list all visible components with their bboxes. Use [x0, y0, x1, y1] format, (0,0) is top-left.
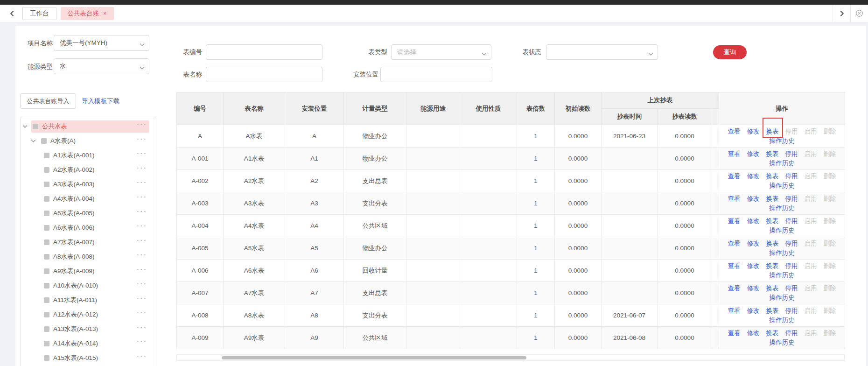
action-history-link[interactable]: 操作历史: [770, 293, 795, 303]
more-actions-icon[interactable]: ···: [137, 237, 148, 244]
tab-public-meter-ledger[interactable]: 公共表台账 ×: [61, 7, 114, 20]
more-actions-icon[interactable]: ···: [137, 208, 148, 215]
action-history-link[interactable]: 操作历史: [770, 316, 795, 325]
action-history-link[interactable]: 操作历史: [770, 204, 795, 213]
meter-no-input[interactable]: [206, 44, 322, 60]
action-replace-meter-link[interactable]: 换表: [766, 194, 779, 204]
action-view-link[interactable]: 查看: [728, 239, 741, 248]
action-disable-link[interactable]: 停用: [785, 217, 798, 226]
action-disable-link[interactable]: 停用: [785, 284, 798, 293]
forward-icon[interactable]: [833, 5, 850, 22]
action-disable-link[interactable]: 停用: [785, 239, 798, 248]
install-location-input[interactable]: [380, 67, 492, 82]
tree-item[interactable]: A10水表(A-010)···: [21, 278, 156, 293]
action-history-link[interactable]: 操作历史: [770, 271, 795, 280]
action-edit-link[interactable]: 修改: [747, 194, 760, 204]
action-history-link[interactable]: 操作历史: [770, 226, 795, 235]
action-edit-link[interactable]: 修改: [747, 239, 760, 248]
more-actions-icon[interactable]: ···: [137, 352, 148, 359]
tree-item[interactable]: A5水表(A-005)···: [21, 206, 156, 220]
tree-item[interactable]: A11水表(A-011)···: [21, 293, 156, 307]
action-view-link[interactable]: 查看: [728, 149, 741, 159]
tree-item[interactable]: A15水表(A-015)···: [21, 351, 156, 365]
action-view-link[interactable]: 查看: [728, 194, 741, 204]
more-actions-icon[interactable]: ···: [137, 280, 148, 287]
action-disable-link[interactable]: 停用: [785, 149, 798, 159]
action-edit-link[interactable]: 修改: [747, 306, 760, 316]
action-replace-meter-link[interactable]: 换表: [766, 329, 779, 338]
action-history-link[interactable]: 操作历史: [770, 248, 795, 258]
tree-expand-caret-icon[interactable]: [31, 139, 36, 143]
action-disable-link[interactable]: 停用: [785, 306, 798, 316]
more-actions-icon[interactable]: ···: [137, 164, 148, 171]
action-view-link[interactable]: 查看: [728, 217, 741, 226]
action-edit-link[interactable]: 修改: [747, 261, 760, 271]
import-ledger-button[interactable]: 公共表台账导入: [20, 93, 76, 109]
tree-item[interactable]: A1水表(A-001)···: [21, 148, 156, 162]
action-edit-link[interactable]: 修改: [747, 172, 760, 181]
back-icon[interactable]: [6, 5, 19, 22]
more-actions-icon[interactable]: ···: [137, 121, 148, 128]
tab-close-icon[interactable]: ×: [103, 10, 107, 16]
action-edit-link[interactable]: 修改: [747, 149, 760, 159]
action-replace-meter-link[interactable]: 换表: [766, 284, 779, 293]
tree-item[interactable]: A4水表(A-004)···: [21, 191, 156, 206]
meter-status-select[interactable]: [546, 44, 658, 60]
more-actions-icon[interactable]: ···: [137, 266, 148, 273]
action-replace-meter-link[interactable]: 换表: [766, 261, 779, 271]
tree-item[interactable]: A13水表(A-013)···: [21, 322, 156, 336]
template-download-link[interactable]: 导入模板下载: [82, 97, 119, 106]
search-button[interactable]: 查询: [713, 45, 747, 59]
tree-item[interactable]: A12水表(A-012)···: [21, 307, 156, 322]
action-replace-meter-link[interactable]: 换表: [766, 149, 779, 159]
more-actions-icon[interactable]: ···: [137, 338, 148, 345]
more-actions-icon[interactable]: ···: [137, 179, 148, 186]
action-history-link[interactable]: 操作历史: [770, 181, 795, 190]
action-replace-meter-link[interactable]: 换表: [766, 239, 779, 248]
tree-item[interactable]: A2水表(A-002)···: [21, 162, 156, 177]
more-actions-icon[interactable]: ···: [137, 135, 148, 142]
more-actions-icon[interactable]: ···: [137, 150, 148, 157]
more-actions-icon[interactable]: ···: [137, 222, 148, 229]
action-history-link[interactable]: 操作历史: [770, 338, 795, 347]
project-name-select[interactable]: 优美一号(YMYH): [54, 35, 149, 51]
action-history-link[interactable]: 操作历史: [770, 136, 795, 146]
tree-item[interactable]: A14水表(A-014)···: [21, 336, 156, 351]
tree-item[interactable]: A8水表(A-008)···: [21, 249, 156, 264]
action-edit-link[interactable]: 修改: [747, 217, 760, 226]
action-edit-link[interactable]: 修改: [747, 127, 760, 136]
action-disable-link[interactable]: 停用: [785, 194, 798, 204]
action-replace-meter-link[interactable]: 换表: [766, 127, 779, 136]
action-view-link[interactable]: 查看: [728, 284, 741, 293]
action-disable-link[interactable]: 停用: [785, 329, 798, 338]
action-view-link[interactable]: 查看: [728, 172, 741, 181]
action-edit-link[interactable]: 修改: [747, 284, 760, 293]
action-history-link[interactable]: 操作历史: [770, 159, 795, 168]
action-view-link[interactable]: 查看: [728, 261, 741, 271]
tree-expand-caret-icon[interactable]: [22, 125, 28, 128]
action-disable-link[interactable]: 停用: [785, 172, 798, 181]
close-all-icon[interactable]: [850, 5, 868, 22]
meter-name-input[interactable]: [206, 67, 322, 82]
tree-item[interactable]: A水表(A)···: [21, 134, 156, 148]
energy-type-select[interactable]: 水: [54, 58, 149, 74]
action-replace-meter-link[interactable]: 换表: [766, 217, 779, 226]
tree-item[interactable]: A7水表(A-007)···: [21, 235, 156, 249]
tab-workbench[interactable]: 工作台: [22, 7, 56, 20]
action-replace-meter-link[interactable]: 换表: [766, 172, 779, 181]
meter-type-select[interactable]: 请选择: [391, 44, 491, 60]
action-edit-link[interactable]: 修改: [747, 329, 760, 338]
more-actions-icon[interactable]: ···: [137, 309, 148, 316]
action-disable-link[interactable]: 停用: [785, 261, 798, 271]
more-actions-icon[interactable]: ···: [137, 251, 148, 258]
more-actions-icon[interactable]: ···: [137, 295, 148, 302]
action-view-link[interactable]: 查看: [728, 306, 741, 316]
more-actions-icon[interactable]: ···: [137, 324, 148, 331]
action-replace-meter-link[interactable]: 换表: [766, 306, 779, 316]
action-view-link[interactable]: 查看: [728, 329, 741, 338]
action-view-link[interactable]: 查看: [728, 127, 741, 136]
more-actions-icon[interactable]: ···: [137, 193, 148, 200]
tree-item[interactable]: 公共水表···: [21, 119, 156, 134]
tree-item[interactable]: A9水表(A-009)···: [21, 264, 156, 278]
tree-item[interactable]: A6水表(A-006)···: [21, 220, 156, 235]
